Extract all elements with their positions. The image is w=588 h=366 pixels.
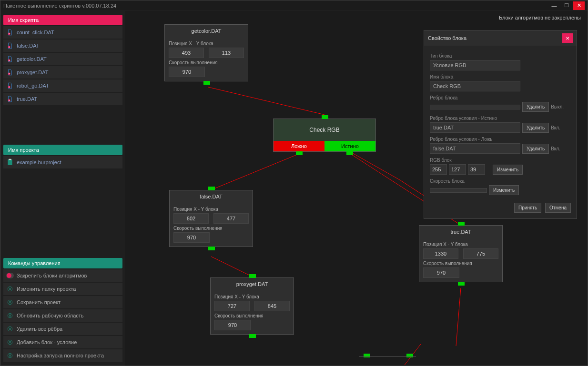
speed-input[interactable] xyxy=(430,188,487,193)
port-in-icon[interactable] xyxy=(208,187,215,190)
gear-icon xyxy=(6,312,14,319)
speed-label: Скорость выполнения xyxy=(423,261,498,266)
node-false[interactable]: false.DAT Позиция X - Y блока 602 477 Ск… xyxy=(169,190,253,247)
gear-icon xyxy=(6,298,14,306)
script-item[interactable]: getcolor.DAT xyxy=(3,53,122,65)
command-item[interactable]: Закрепить блоки алгоритмов xyxy=(3,269,122,282)
command-item[interactable]: Настройка запуска полного проекта xyxy=(3,349,122,362)
check-node-title: Check RGB xyxy=(274,119,375,141)
port-out-icon[interactable] xyxy=(208,247,215,250)
pos-label: Позиция X - Y блока xyxy=(214,294,290,299)
pos-x[interactable]: 602 xyxy=(173,213,209,224)
gear-icon xyxy=(6,285,14,293)
pos-y[interactable]: 113 xyxy=(209,48,244,58)
clipboard-icon xyxy=(6,158,14,166)
pos-x[interactable]: 493 xyxy=(169,48,204,58)
name-label: Имя блока xyxy=(430,74,571,79)
delete-edge-button[interactable]: Удалить xyxy=(522,102,549,112)
speed-val[interactable]: 970 xyxy=(423,267,459,278)
svg-point-9 xyxy=(9,288,11,290)
rgb-r-input[interactable] xyxy=(430,164,447,175)
check-rgb-node[interactable]: Check RGB Ложно Истино xyxy=(273,119,376,152)
port-out-icon[interactable] xyxy=(203,81,210,85)
check-true-label[interactable]: Истино xyxy=(324,141,375,151)
port-true-icon[interactable] xyxy=(346,151,353,155)
change-speed-button[interactable]: Изменить xyxy=(489,185,519,195)
command-item[interactable]: Обновить рабочую область xyxy=(3,309,122,322)
pos-x[interactable]: 727 xyxy=(214,301,250,311)
minimize-button[interactable]: — xyxy=(548,1,560,10)
script-item[interactable]: proxyget.DAT xyxy=(3,66,122,79)
type-input[interactable]: Условие RGB xyxy=(430,60,520,70)
maximize-button[interactable]: ☐ xyxy=(561,1,572,10)
edge-input[interactable] xyxy=(430,105,520,109)
script-name: proxyget.DAT xyxy=(17,69,48,75)
command-item[interactable]: Добавить блок - условие xyxy=(3,336,122,348)
properties-panel: Свойство блока ✕ Тип блока Условие RGB И… xyxy=(424,30,577,219)
svg-point-18 xyxy=(8,353,12,357)
port-in-icon[interactable] xyxy=(249,274,256,278)
pos-y[interactable]: 477 xyxy=(213,213,249,224)
command-item[interactable]: Удалить все рёбра xyxy=(3,323,122,335)
ok-button[interactable]: Принять xyxy=(514,203,541,213)
speed-val[interactable]: 970 xyxy=(173,232,210,243)
node-getcolor[interactable]: getcolor.DAT Позиция X - Y блока 493 113… xyxy=(164,24,248,81)
titlebar: Пакетное выполнение скриптов v.000.07.18… xyxy=(0,0,588,11)
sidebar: Имя скрипта count_click.DATfalse.DATgetc… xyxy=(0,11,125,366)
speed-label: Скорость блока xyxy=(430,178,571,184)
false-state: Вкл. xyxy=(551,146,560,151)
speed-val[interactable]: 970 xyxy=(214,320,251,330)
node-title: getcolor.DAT xyxy=(165,25,248,37)
port-out-icon[interactable] xyxy=(249,334,256,338)
project-item[interactable]: example.burproject xyxy=(3,156,122,168)
command-label: Добавить блок - условие xyxy=(17,339,77,345)
pos-y[interactable]: 775 xyxy=(463,248,498,259)
svg-line-23 xyxy=(211,257,252,277)
node-title: proxyget.DAT xyxy=(211,278,294,290)
scripts-header: Имя скрипта xyxy=(3,15,122,25)
partial-node xyxy=(359,356,416,363)
document-plus-icon xyxy=(6,29,14,36)
command-item[interactable]: Сохранить проект xyxy=(3,296,122,308)
svg-point-8 xyxy=(8,287,12,291)
command-label: Удалить все рёбра xyxy=(17,326,62,332)
script-item[interactable]: true.DAT xyxy=(3,93,122,105)
check-false-label[interactable]: Ложно xyxy=(274,141,324,151)
name-input[interactable]: Check RGB xyxy=(430,81,520,91)
script-item[interactable]: count_click.DAT xyxy=(3,26,122,39)
port-in-icon[interactable] xyxy=(322,115,328,119)
cancel-button[interactable]: Отмена xyxy=(545,203,571,213)
false-edge-input[interactable]: false.DAT xyxy=(430,143,520,154)
command-item[interactable]: Изменить папку проекта xyxy=(3,283,122,295)
delete-true-button[interactable]: Удалить xyxy=(522,123,549,133)
edge-state: Выкл. xyxy=(551,104,564,109)
change-rgb-button[interactable]: Изменить xyxy=(493,165,523,175)
svg-rect-7 xyxy=(9,158,11,160)
toggle-icon xyxy=(6,272,14,279)
speed-val[interactable]: 970 xyxy=(169,67,205,77)
true-edge-input[interactable]: true.DAT xyxy=(430,122,520,133)
project-name: example.burproject xyxy=(17,159,61,165)
node-true[interactable]: true.DAT Позиция X - Y блока 1330 775 Ск… xyxy=(419,225,503,282)
port-out-icon[interactable] xyxy=(458,282,465,286)
properties-close-button[interactable]: ✕ xyxy=(562,33,573,43)
rgb-b-input[interactable] xyxy=(468,164,485,175)
svg-point-12 xyxy=(8,313,12,317)
speed-label: Скорость выполнения xyxy=(214,313,290,318)
delete-false-button[interactable]: Удалить xyxy=(522,144,549,154)
pos-label: Позиция X - Y блока xyxy=(173,207,249,212)
node-title: false.DAT xyxy=(170,190,253,203)
svg-point-14 xyxy=(8,326,12,331)
svg-line-26 xyxy=(456,288,461,346)
node-proxyget[interactable]: proxyget.DAT Позиция X - Y блока 727 845… xyxy=(210,277,294,335)
close-button[interactable]: ✕ xyxy=(573,1,585,10)
port-false-icon[interactable] xyxy=(296,151,303,155)
canvas[interactable]: Блоки алгоритмов не закреплены Check RGB… xyxy=(125,11,588,366)
pos-y[interactable]: 845 xyxy=(254,301,290,311)
rgb-g-input[interactable] xyxy=(449,164,466,175)
pos-x[interactable]: 1330 xyxy=(423,248,458,259)
true-state: Вкл. xyxy=(551,125,560,130)
port-in-icon[interactable] xyxy=(458,222,465,226)
script-item[interactable]: robot_go.DAT xyxy=(3,79,122,92)
script-item[interactable]: false.DAT xyxy=(3,40,122,52)
